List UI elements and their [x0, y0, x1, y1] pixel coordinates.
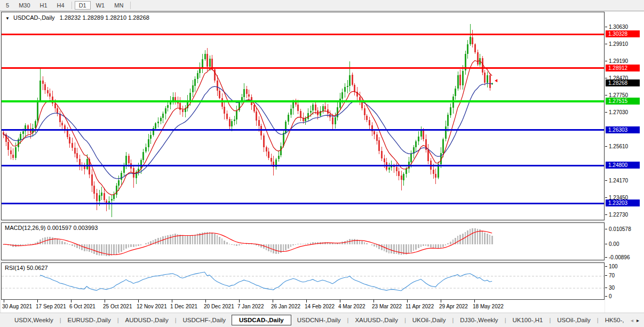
chart-tab-ukoil-daily[interactable]: UKOil-,Daily: [407, 315, 452, 325]
date-tick-mark: [4, 300, 4, 302]
chart-tab-usdx-weekly[interactable]: USDX,Weekly: [9, 315, 59, 325]
date-tick-mark: [71, 300, 71, 302]
price-level-badge: 1.24800: [606, 162, 640, 169]
trading-app-window: 5M30H1H4D1W1MN ▼ USDCAD-,Daily 1.28232 1…: [0, 0, 644, 327]
date-tick-mark: [205, 300, 206, 302]
rsi-chart: [2, 263, 604, 299]
chart-tab-usdcad-daily[interactable]: USDCAD-,Daily: [232, 315, 291, 325]
indicator-axis-label: -0.00896: [609, 254, 630, 260]
date-tick-mark: [138, 300, 139, 302]
indicator-axis-label: 0.010578: [609, 226, 631, 232]
date-tick-label: 4 Mar 2022: [338, 304, 365, 309]
date-tick-mark: [373, 300, 374, 302]
chart-tab-usdchf-daily[interactable]: USDCHF-,Daily: [177, 315, 232, 325]
tab-separator: |: [347, 317, 349, 323]
date-tick-mark: [340, 300, 340, 302]
price-axis: 1.306301.299101.291901.284701.277501.270…: [605, 12, 644, 313]
indicator-axis-label: 100: [609, 264, 618, 269]
tab-separator: |: [505, 317, 506, 323]
date-axis: 30 Aug 202117 Sep 20216 Oct 202125 Oct 2…: [1, 300, 605, 313]
tabs-scroll-left-icon[interactable]: ◂: [631, 317, 633, 323]
date-tick-label: 23 Mar 2022: [372, 304, 402, 309]
date-tick-label: 6 Oct 2021: [69, 304, 96, 309]
tab-separator: |: [404, 317, 406, 323]
date-tick-label: 12 Nov 2021: [137, 304, 167, 309]
date-tick-label: 1 Dec 2021: [170, 304, 197, 309]
date-tick-label: 14 Feb 2022: [305, 304, 335, 309]
date-tick-mark: [441, 300, 441, 302]
date-tick-label: 25 Oct 2021: [103, 304, 132, 309]
price-level-badge: 1.30328: [606, 30, 640, 37]
main-chart-panel[interactable]: ▼ USDCAD-,Daily 1.28232 1.28289 1.28210 …: [1, 12, 605, 220]
price-level-badge: 1.28268: [606, 79, 640, 86]
date-tick-mark: [172, 300, 172, 302]
date-tick-mark: [474, 300, 475, 302]
macd-signal-line: [3, 231, 492, 254]
date-tick-mark: [306, 300, 307, 302]
ma-slow-line: [3, 83, 492, 179]
toolbar-separator: [71, 2, 72, 9]
chart-title: ▼ USDCAD-,Daily 1.28232 1.28289 1.28210 …: [5, 14, 149, 21]
indicator-axis-label: 30: [609, 285, 615, 291]
tab-separator: |: [117, 317, 119, 323]
price-level-badge: 1.26303: [606, 126, 640, 133]
chart-tab-usdcnh-daily[interactable]: USDCNH-,Daily: [291, 315, 347, 325]
date-tick-mark: [105, 300, 105, 302]
date-tick-label: 30 Aug 2021: [2, 304, 32, 309]
timeframe-button-w1[interactable]: W1: [92, 1, 109, 10]
ma-fast-line: [3, 60, 492, 195]
chevron-down-icon[interactable]: ▼: [5, 16, 10, 21]
toolbar-separator: [130, 2, 131, 9]
chart-tabs: USDX,Weekly|EURUSD-,Daily|AUDUSD-,Daily|…: [9, 315, 630, 325]
chart-tab-uk100-h1[interactable]: UK100-,H1: [506, 315, 548, 325]
tab-separator: |: [597, 317, 599, 323]
macd-histogram: [3, 228, 493, 256]
chart-tab-audusd-daily[interactable]: AUDUSD-,Daily: [120, 315, 174, 325]
macd-title: MACD(12,26,9) 0.001597 0.003993: [5, 225, 98, 231]
date-tick-label: 11 Apr 2022: [406, 304, 434, 309]
tabs-scroll-right-icon[interactable]: ▸: [637, 317, 639, 323]
chart-workspace: ▼ USDCAD-,Daily 1.28232 1.28289 1.28210 …: [0, 11, 644, 313]
tab-separator: |: [549, 317, 551, 323]
price-level-badge: 1.27515: [606, 98, 640, 105]
date-tick-mark: [407, 300, 408, 302]
rsi-title: RSI(14) 50.0627: [5, 265, 48, 271]
chart-tab-eurusd-daily[interactable]: EURUSD-,Daily: [62, 315, 117, 325]
timeframe-button-d1[interactable]: D1: [75, 1, 91, 10]
candlestick-chart[interactable]: [2, 12, 604, 220]
chart-tab-xauusd-daily[interactable]: XAUUSD-,Daily: [349, 315, 404, 325]
indicator-axis-label: 0: [609, 293, 612, 299]
chart-tab-dj30-weekly[interactable]: DJ30-,Weekly: [454, 315, 504, 325]
candles-layer: [3, 24, 493, 218]
price-level-badge: 1.28912: [606, 65, 640, 71]
tab-separator: |: [452, 317, 454, 323]
timeframe-button-h4[interactable]: H4: [53, 1, 69, 10]
date-tick-label: 29 Apr 2022: [439, 304, 468, 309]
tabs-scroll: ◂ ▸: [628, 313, 642, 327]
tab-separator: |: [175, 317, 177, 323]
timeframe-button-5[interactable]: 5: [2, 1, 13, 10]
chart-tab-usoil-daily[interactable]: USOil-,Daily: [551, 315, 597, 325]
chart-tabs-bar: USDX,Weekly|EURUSD-,Daily|AUDUSD-,Daily|…: [0, 313, 644, 327]
tab-separator: |: [60, 317, 61, 323]
timeframe-button-mn[interactable]: MN: [110, 1, 128, 10]
date-tick-label: 20 Dec 2021: [204, 304, 234, 309]
price-level-badge: 1.23203: [606, 200, 640, 206]
timeframe-button-h1[interactable]: H1: [36, 1, 52, 10]
current-price-marker: [495, 79, 497, 82]
date-tick-mark: [37, 300, 38, 302]
timeframe-toolbar: 5M30H1H4D1W1MN: [0, 0, 644, 11]
indicator-axis-label: 0.00: [609, 241, 619, 247]
timeframe-button-m30[interactable]: M30: [14, 1, 34, 10]
date-tick-label: 7 Jan 2022: [237, 304, 264, 309]
date-tick-label: 18 May 2022: [473, 304, 504, 309]
date-tick-mark: [273, 300, 273, 302]
chart-tab-hk50[interactable]: HK50-,: [599, 315, 630, 325]
rsi-panel[interactable]: RSI(14) 50.0627: [1, 262, 605, 300]
indicator-axis-label: 70: [609, 273, 615, 278]
date-tick-label: 17 Sep 2021: [36, 304, 66, 309]
macd-panel[interactable]: MACD(12,26,9) 0.001597 0.003993: [1, 222, 605, 260]
date-tick-label: 26 Jan 2022: [271, 304, 300, 309]
date-tick-mark: [239, 300, 240, 302]
ohlc-values: 1.28232 1.28289 1.28210 1.28268: [60, 14, 149, 21]
